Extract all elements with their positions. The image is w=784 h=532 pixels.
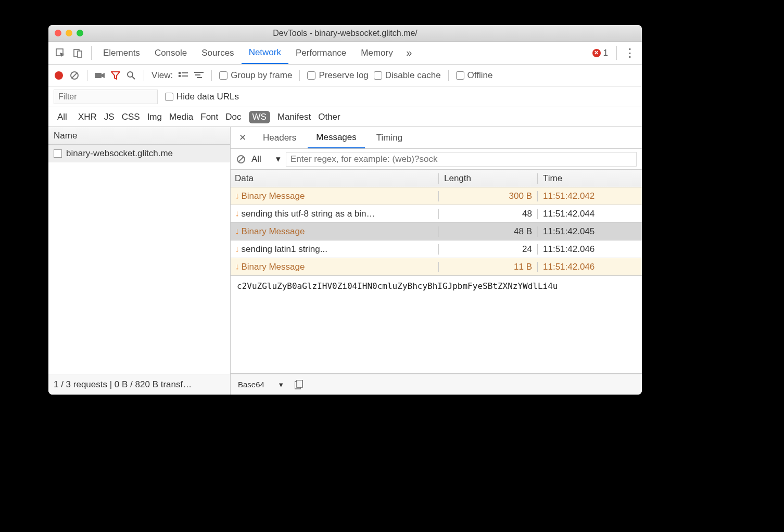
svg-line-16 xyxy=(238,157,244,162)
svg-rect-10 xyxy=(179,75,181,77)
detail-pane: ✕ Headers Messages Timing All ▾ Data Len… xyxy=(231,127,642,374)
file-icon xyxy=(54,149,62,158)
svg-rect-8 xyxy=(179,72,181,74)
message-row[interactable]: ↓sending latin1 string... 24 11:51:42.04… xyxy=(231,240,642,258)
filter-ws[interactable]: WS xyxy=(249,111,270,123)
messages-regex-input[interactable] xyxy=(286,152,637,167)
svg-rect-0 xyxy=(56,49,63,56)
filter-row: Hide data URLs xyxy=(48,86,642,107)
message-row[interactable]: ↓sending this utf-8 string as a bin… 48 … xyxy=(231,205,642,223)
window-controls xyxy=(55,30,83,36)
tab-performance[interactable]: Performance xyxy=(288,42,353,64)
overview-icon[interactable] xyxy=(194,70,204,81)
filter-all[interactable]: All xyxy=(54,111,71,123)
tab-memory[interactable]: Memory xyxy=(353,42,400,64)
message-row[interactable]: ↓Binary Message 11 B 11:51:42.046 xyxy=(231,258,642,276)
main-tabstrip: Elements Console Sources Network Perform… xyxy=(48,42,642,65)
type-filter-row: All XHR JS CSS Img Media Font Doc WS Man… xyxy=(48,107,642,127)
requests-name-header[interactable]: Name xyxy=(48,127,230,145)
network-body: Name binary-websocket.glitch.me ✕ Header… xyxy=(48,127,642,374)
filter-media[interactable]: Media xyxy=(169,112,193,122)
svg-rect-5 xyxy=(95,73,102,78)
clear-icon[interactable] xyxy=(69,70,80,81)
device-toolbar-icon[interactable] xyxy=(69,42,87,64)
filter-js[interactable]: JS xyxy=(104,112,115,122)
messages-type-select[interactable]: All ▾ xyxy=(251,154,281,164)
svg-point-6 xyxy=(128,72,133,77)
detail-tab-timing[interactable]: Timing xyxy=(368,127,411,148)
requests-summary: 1 / 3 requests | 0 B / 820 B transf… xyxy=(48,374,231,395)
network-toolbar: View: Group by frame Preserve log Disabl… xyxy=(48,65,642,86)
messages-table: Data Length Time ↓Binary Message 300 B 1… xyxy=(231,170,642,276)
more-tabs-icon[interactable]: » xyxy=(400,42,418,64)
svg-rect-2 xyxy=(78,51,82,57)
requests-pane: Name binary-websocket.glitch.me xyxy=(48,127,231,374)
group-by-frame-checkbox[interactable]: Group by frame xyxy=(219,70,292,81)
error-icon: ✕ xyxy=(592,49,601,57)
messages-header-row: Data Length Time xyxy=(231,170,642,187)
tab-elements[interactable]: Elements xyxy=(96,42,147,64)
encoding-select[interactable]: Base64 ▾ xyxy=(238,380,283,389)
record-button[interactable] xyxy=(54,70,64,81)
hide-data-urls-checkbox[interactable]: Hide data URLs xyxy=(165,92,239,102)
close-detail-icon[interactable]: ✕ xyxy=(234,127,251,148)
request-name: binary-websocket.glitch.me xyxy=(66,148,173,159)
message-row[interactable]: ↓Binary Message 48 B 11:51:42.045 xyxy=(231,223,642,240)
message-payload[interactable]: c2VuZGluZyB0aGlzIHV0Zi04IHN0cmluZyBhcyBh… xyxy=(231,276,642,374)
col-length[interactable]: Length xyxy=(439,173,538,184)
request-row[interactable]: binary-websocket.glitch.me xyxy=(48,145,230,162)
svg-rect-18 xyxy=(297,380,302,387)
filter-other[interactable]: Other xyxy=(318,112,340,122)
detail-tab-messages[interactable]: Messages xyxy=(308,127,364,148)
col-time[interactable]: Time xyxy=(538,173,642,184)
arrow-down-icon: ↓ xyxy=(235,262,239,272)
view-label: View: xyxy=(151,70,173,81)
filter-xhr[interactable]: XHR xyxy=(78,112,97,122)
filter-font[interactable]: Font xyxy=(200,112,218,122)
search-icon[interactable] xyxy=(126,70,136,81)
arrow-down-icon: ↓ xyxy=(235,209,239,219)
arrow-down-icon: ↓ xyxy=(235,244,239,254)
zoom-window-button[interactable] xyxy=(77,30,83,36)
filter-icon[interactable] xyxy=(110,70,121,81)
inspect-element-icon[interactable] xyxy=(52,42,69,64)
error-count: 1 xyxy=(603,48,608,58)
status-bar: 1 / 3 requests | 0 B / 820 B transf… Bas… xyxy=(48,374,642,395)
chevron-down-icon: ▾ xyxy=(279,380,283,389)
chevron-down-icon: ▾ xyxy=(276,154,281,164)
camera-icon[interactable] xyxy=(95,70,105,81)
filter-manifest[interactable]: Manifest xyxy=(277,112,311,122)
svg-line-7 xyxy=(132,77,135,79)
messages-controls: All ▾ xyxy=(231,149,642,170)
tab-sources[interactable]: Sources xyxy=(194,42,241,64)
filter-css[interactable]: CSS xyxy=(122,112,140,122)
error-count-badge[interactable]: ✕ 1 xyxy=(592,42,608,64)
svg-rect-12 xyxy=(194,72,204,73)
detail-tabs: ✕ Headers Messages Timing xyxy=(231,127,642,149)
detail-tab-headers[interactable]: Headers xyxy=(255,127,305,148)
arrow-down-icon: ↓ xyxy=(235,191,239,201)
svg-rect-13 xyxy=(195,74,200,75)
kebab-menu-icon[interactable]: ⋮ xyxy=(621,42,639,64)
copy-icon[interactable] xyxy=(294,379,304,390)
tab-network[interactable]: Network xyxy=(242,42,288,64)
filter-img[interactable]: Img xyxy=(147,112,162,122)
large-rows-icon[interactable] xyxy=(178,70,188,81)
svg-rect-14 xyxy=(197,77,202,78)
svg-rect-9 xyxy=(182,72,188,73)
disable-cache-checkbox[interactable]: Disable cache xyxy=(374,70,441,81)
col-data[interactable]: Data xyxy=(231,173,439,184)
clear-messages-icon[interactable] xyxy=(236,154,246,164)
filter-doc[interactable]: Doc xyxy=(225,112,241,122)
svg-line-4 xyxy=(72,73,77,78)
filter-input[interactable] xyxy=(54,90,158,104)
offline-checkbox[interactable]: Offline xyxy=(456,70,493,81)
minimize-window-button[interactable] xyxy=(66,30,72,36)
svg-rect-11 xyxy=(182,75,188,77)
message-row[interactable]: ↓Binary Message 300 B 11:51:42.042 xyxy=(231,187,642,205)
preserve-log-checkbox[interactable]: Preserve log xyxy=(307,70,368,81)
close-window-button[interactable] xyxy=(55,30,61,36)
tab-console[interactable]: Console xyxy=(147,42,194,64)
arrow-down-icon: ↓ xyxy=(235,226,239,236)
titlebar: DevTools - binary-websocket.glitch.me/ xyxy=(48,25,642,42)
